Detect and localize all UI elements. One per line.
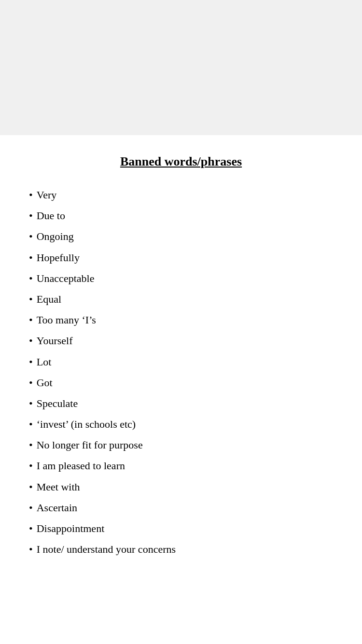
list-item: •Equal — [29, 289, 333, 309]
list-item-text: Unacceptable — [37, 270, 95, 287]
list-item-text: No longer fit for purpose — [37, 436, 143, 453]
list-item-text: Yourself — [37, 332, 73, 349]
banned-words-list: •Very•Due to•Ongoing•Hopefully•Unaccepta… — [29, 184, 333, 560]
list-item-text: Hopefully — [37, 249, 80, 266]
list-item-text: Ascertain — [37, 499, 77, 516]
list-item-text: Meet with — [37, 478, 80, 495]
bullet-icon: • — [29, 291, 33, 308]
list-item: •‘invest’ (in schools etc) — [29, 414, 333, 434]
content-card: Banned words/phrases •Very•Due to•Ongoin… — [0, 135, 362, 644]
list-item-text: Speculate — [37, 395, 78, 412]
list-item: •Too many ‘I’s — [29, 309, 333, 330]
list-item-text: Got — [37, 374, 53, 391]
bullet-icon: • — [29, 395, 33, 412]
bullet-icon: • — [29, 457, 33, 474]
bullet-icon: • — [29, 436, 33, 453]
page-title: Banned words/phrases — [29, 154, 333, 169]
list-item-text: Disappointment — [37, 520, 105, 537]
list-item: •Yourself — [29, 330, 333, 351]
list-item: •Unacceptable — [29, 268, 333, 289]
list-item-text: Due to — [37, 207, 65, 224]
list-item: •Due to — [29, 205, 333, 226]
bullet-icon: • — [29, 416, 33, 433]
bullet-icon: • — [29, 186, 33, 203]
list-item: •Very — [29, 184, 333, 205]
bullet-icon: • — [29, 207, 33, 224]
bullet-icon: • — [29, 541, 33, 558]
bullet-icon: • — [29, 228, 33, 245]
bullet-icon: • — [29, 332, 33, 349]
list-item-text: I am pleased to learn — [37, 457, 125, 474]
list-item: •Ongoing — [29, 226, 333, 247]
list-item-text: Ongoing — [37, 228, 74, 245]
bullet-icon: • — [29, 270, 33, 287]
list-item: •Meet with — [29, 476, 333, 497]
page-container: Banned words/phrases •Very•Due to•Ongoin… — [0, 0, 362, 644]
list-item: •Speculate — [29, 393, 333, 414]
bullet-icon: • — [29, 249, 33, 266]
bullet-icon: • — [29, 520, 33, 537]
bullet-icon: • — [29, 353, 33, 370]
list-item-text: Too many ‘I’s — [37, 311, 96, 328]
list-item: •Ascertain — [29, 497, 333, 518]
bullet-icon: • — [29, 499, 33, 516]
bullet-icon: • — [29, 311, 33, 328]
list-item-text: Lot — [37, 353, 52, 370]
list-item: •I am pleased to learn — [29, 455, 333, 476]
list-item-text: Equal — [37, 291, 61, 308]
list-item-text: Very — [37, 186, 57, 203]
bullet-icon: • — [29, 478, 33, 495]
bullet-icon: • — [29, 374, 33, 391]
list-item: •Hopefully — [29, 247, 333, 268]
list-item-text: I note/ understand your concerns — [37, 541, 176, 558]
list-item: •Got — [29, 372, 333, 393]
top-bar — [0, 0, 362, 68]
list-item: •No longer fit for purpose — [29, 434, 333, 455]
list-item: •Disappointment — [29, 518, 333, 539]
list-item: •I note/ understand your concerns — [29, 539, 333, 560]
list-item: •Lot — [29, 351, 333, 372]
list-item-text: ‘invest’ (in schools etc) — [37, 416, 136, 433]
